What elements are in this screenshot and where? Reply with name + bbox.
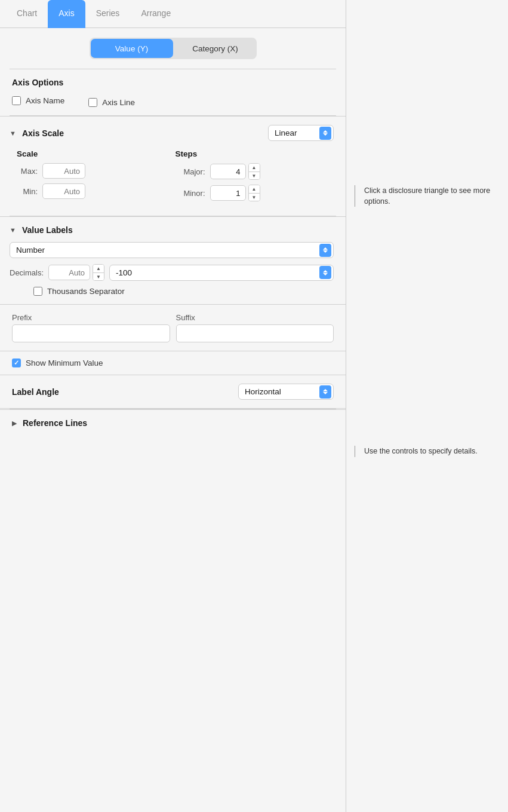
axis-name-row[interactable]: Axis Name — [12, 94, 64, 107]
tab-bar: Chart Axis Series Arrange — [0, 0, 346, 28]
axis-options-checkboxes: Axis Name Axis Line — [12, 94, 334, 107]
decimals-stepper-wrapper: ▲ ▼ — [48, 264, 104, 281]
steps-minor-decrement[interactable]: ▼ — [249, 193, 260, 201]
thousands-row: Thousands Separator — [33, 287, 334, 296]
tab-arrange[interactable]: Arrange — [130, 0, 181, 28]
steps-col-header: Steps — [176, 149, 334, 158]
scale-min-row: Min: — [17, 183, 176, 199]
decimals-label: Decimals: — [10, 268, 44, 277]
scale-max-label: Max: — [17, 167, 38, 176]
steps-minor-input[interactable]: 1 — [210, 185, 246, 201]
axis-options-title: Axis Options — [12, 78, 334, 87]
steps-minor-stepper-btns: ▲ ▼ — [248, 185, 260, 201]
decimals-stepper-btns: ▲ ▼ — [93, 264, 104, 281]
value-labels-header: Value Labels — [10, 225, 334, 235]
steps-minor-label: Minor: — [176, 189, 205, 198]
value-format-select-wrapper: Number Currency Percentage Fraction Scie… — [10, 242, 334, 258]
value-labels-title: Value Labels — [22, 225, 73, 235]
steps-minor-stepper: 1 ▲ ▼ — [210, 185, 260, 201]
tab-series[interactable]: Series — [85, 0, 131, 28]
steps-major-stepper-btns: ▲ ▼ — [248, 163, 260, 180]
scale-min-label: Min: — [17, 187, 38, 196]
axis-segment-control: Value (Y) Category (X) — [90, 38, 257, 59]
reference-lines-disclosure[interactable] — [12, 419, 17, 427]
steps-minor-increment[interactable]: ▲ — [249, 185, 260, 193]
axis-line-row[interactable]: Axis Line — [88, 98, 135, 107]
annotation-controls-text: Use the controls to specify details. — [364, 447, 478, 455]
steps-major-increment[interactable]: ▲ — [249, 164, 260, 171]
show-minimum-row: Show Minimum Value — [0, 351, 346, 375]
decimals-increment[interactable]: ▲ — [93, 265, 104, 272]
scale-max-row: Max: — [17, 163, 176, 179]
prefix-input[interactable] — [12, 324, 170, 342]
axis-line-checkbox[interactable] — [88, 98, 97, 107]
segment-category-x[interactable]: Category (X) — [174, 38, 257, 59]
label-angle-section: Label Angle Horizontal 45° Vertical — [0, 375, 346, 409]
axis-scale-header: Axis Scale Linear Logarithmic — [0, 116, 346, 147]
thousands-label: Thousands Separator — [47, 287, 125, 296]
reference-lines-section: Reference Lines — [0, 409, 346, 436]
prefix-col: Prefix — [12, 313, 170, 342]
label-angle-title: Label Angle — [12, 387, 59, 397]
decimals-suffix-select-wrapper: -100 0 100 1000 — [109, 265, 334, 281]
axis-name-label: Axis Name — [26, 96, 64, 105]
tab-axis[interactable]: Axis — [48, 0, 85, 28]
show-minimum-checkbox[interactable] — [12, 358, 21, 367]
steps-major-label: Major: — [176, 167, 205, 176]
steps-minor-row: Minor: 1 ▲ ▼ — [176, 185, 334, 201]
scale-column: Scale Max: Min: — [17, 149, 176, 206]
annotation-disclosure-text: Click a disclosure triangle to see more … — [364, 186, 490, 206]
decimals-decrement[interactable]: ▼ — [93, 272, 104, 280]
prefix-suffix-grid: Prefix Suffix — [12, 313, 334, 342]
scale-steps-grid: Scale Max: Min: Steps Major: 4 ▲ ▼ — [0, 147, 346, 216]
value-labels-section: Value Labels Number Currency Percentage … — [0, 216, 346, 304]
prefix-label: Prefix — [12, 313, 170, 322]
decimals-input[interactable] — [48, 265, 90, 280]
decimals-row: Decimals: ▲ ▼ -100 0 100 1000 — [10, 264, 334, 281]
axis-scale-title: Axis Scale — [22, 128, 262, 138]
segment-value-y[interactable]: Value (Y) — [91, 39, 173, 58]
axis-scale-disclosure[interactable] — [10, 130, 16, 137]
label-angle-select-wrapper: Horizontal 45° Vertical — [238, 384, 334, 400]
annotation-controls: Use the controls to specify details. — [355, 446, 500, 456]
value-labels-disclosure[interactable] — [10, 226, 16, 234]
axis-options-section: Axis Options Axis Name Axis Line — [0, 69, 346, 115]
annotation-disclosure: Click a disclosure triangle to see more … — [355, 185, 500, 207]
annotation-area: Click a disclosure triangle to see more … — [346, 0, 508, 812]
axis-scale-select-wrapper: Linear Logarithmic — [268, 125, 334, 141]
steps-column: Steps Major: 4 ▲ ▼ Minor: 1 ▲ ▼ — [176, 149, 334, 206]
prefix-suffix-section: Prefix Suffix — [0, 305, 346, 351]
reference-lines-title: Reference Lines — [23, 418, 87, 428]
axis-line-label: Axis Line — [102, 98, 135, 107]
show-minimum-label: Show Minimum Value — [26, 358, 103, 367]
tab-chart[interactable]: Chart — [6, 0, 48, 28]
steps-major-stepper: 4 ▲ ▼ — [210, 163, 260, 180]
steps-major-input[interactable]: 4 — [210, 164, 246, 179]
axis-name-checkbox[interactable] — [12, 96, 21, 105]
suffix-col: Suffix — [176, 313, 334, 342]
scale-min-input[interactable] — [42, 183, 85, 199]
value-format-select[interactable]: Number Currency Percentage Fraction Scie… — [10, 242, 334, 258]
steps-major-decrement[interactable]: ▼ — [249, 171, 260, 179]
steps-major-row: Major: 4 ▲ ▼ — [176, 163, 334, 180]
axis-scale-select[interactable]: Linear Logarithmic — [268, 125, 334, 141]
suffix-label: Suffix — [176, 313, 334, 322]
scale-col-header: Scale — [17, 149, 176, 158]
thousands-checkbox[interactable] — [33, 287, 42, 296]
suffix-input[interactable] — [176, 324, 334, 342]
label-angle-select[interactable]: Horizontal 45° Vertical — [238, 384, 334, 400]
scale-max-input[interactable] — [42, 163, 85, 179]
decimals-suffix-select[interactable]: -100 0 100 1000 — [109, 265, 334, 281]
